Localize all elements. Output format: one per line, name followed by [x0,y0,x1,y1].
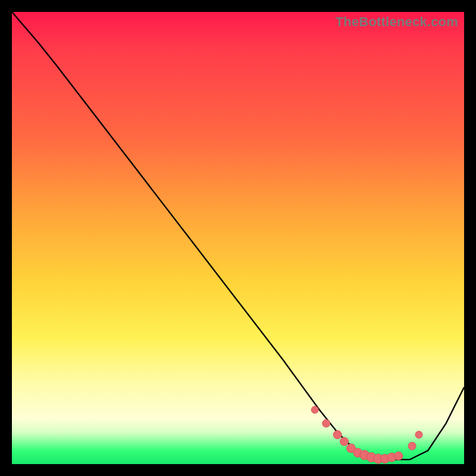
valley-marker [340,437,349,446]
valley-marker [408,442,416,450]
bottleneck-curve [12,12,464,464]
plot-area: TheBottleneck.com [12,12,464,464]
valley-marker [394,452,403,460]
curve-line [12,12,464,459]
valley-marker [311,406,318,414]
chart-frame: TheBottleneck.com [0,0,476,476]
valley-marker [322,419,330,427]
valley-marker [415,431,422,439]
valley-marker [333,431,342,439]
valley-markers [311,406,422,464]
